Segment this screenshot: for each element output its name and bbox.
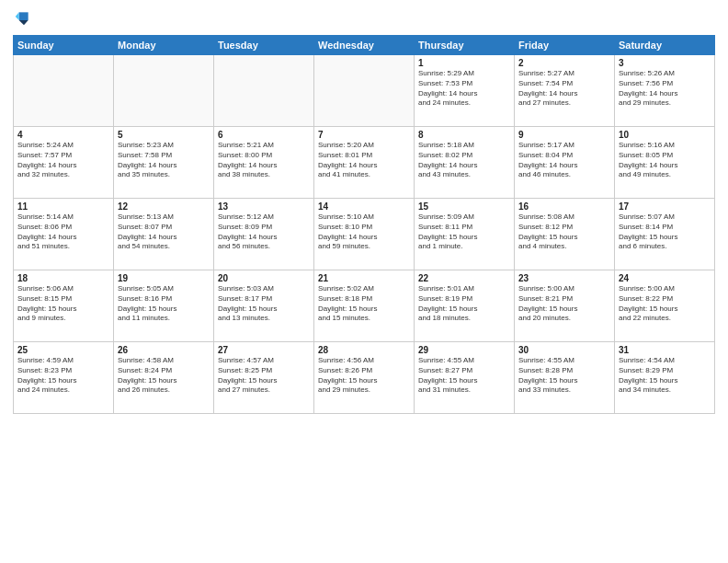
day-info: Sunrise: 5:12 AM Sunset: 8:09 PM Dayligh… [218, 213, 310, 252]
day-info: Sunrise: 5:29 AM Sunset: 7:53 PM Dayligh… [418, 69, 510, 109]
day-cell: 12Sunrise: 5:13 AM Sunset: 8:07 PM Dayli… [114, 199, 214, 270]
day-info: Sunrise: 5:17 AM Sunset: 8:04 PM Dayligh… [518, 141, 610, 180]
day-cell: 20Sunrise: 5:03 AM Sunset: 8:17 PM Dayli… [214, 270, 314, 342]
day-number: 24 [619, 273, 711, 283]
day-number: 3 [619, 58, 711, 68]
day-number: 5 [118, 130, 210, 140]
day-number: 21 [318, 273, 410, 283]
day-cell [114, 55, 214, 127]
weekday-header-wednesday: Wednesday [314, 36, 415, 55]
day-info: Sunrise: 4:54 AM Sunset: 8:29 PM Dayligh… [619, 356, 711, 396]
day-cell: 25Sunrise: 4:59 AM Sunset: 8:23 PM Dayli… [14, 342, 114, 414]
page: SundayMondayTuesdayWednesdayThursdayFrid… [0, 0, 728, 563]
day-info: Sunrise: 5:08 AM Sunset: 8:12 PM Dayligh… [518, 213, 610, 252]
day-number: 19 [118, 273, 210, 283]
week-row-2: 4Sunrise: 5:24 AM Sunset: 7:57 PM Daylig… [14, 127, 715, 199]
day-cell: 18Sunrise: 5:06 AM Sunset: 8:15 PM Dayli… [14, 270, 114, 342]
day-number: 6 [218, 130, 310, 140]
svg-marker-1 [19, 20, 28, 25]
day-number: 23 [518, 273, 610, 283]
day-cell: 19Sunrise: 5:05 AM Sunset: 8:16 PM Dayli… [114, 270, 214, 342]
day-number: 22 [418, 273, 510, 283]
week-row-5: 25Sunrise: 4:59 AM Sunset: 8:23 PM Dayli… [14, 342, 715, 414]
day-number: 16 [518, 201, 610, 212]
day-cell: 16Sunrise: 5:08 AM Sunset: 8:12 PM Dayli… [515, 199, 615, 270]
day-number: 31 [619, 345, 711, 355]
day-info: Sunrise: 5:26 AM Sunset: 7:56 PM Dayligh… [619, 69, 711, 109]
day-info: Sunrise: 5:09 AM Sunset: 8:11 PM Dayligh… [418, 213, 510, 252]
day-number: 13 [218, 201, 310, 212]
day-cell: 27Sunrise: 4:57 AM Sunset: 8:25 PM Dayli… [214, 342, 314, 414]
logo-icon [13, 9, 31, 28]
day-cell: 15Sunrise: 5:09 AM Sunset: 8:11 PM Dayli… [415, 199, 515, 270]
day-info: Sunrise: 5:01 AM Sunset: 8:19 PM Dayligh… [418, 284, 510, 324]
day-info: Sunrise: 5:27 AM Sunset: 7:54 PM Dayligh… [518, 69, 610, 109]
day-cell: 28Sunrise: 4:56 AM Sunset: 8:26 PM Dayli… [314, 342, 415, 414]
day-cell [14, 55, 114, 127]
weekday-header-sunday: Sunday [14, 36, 114, 55]
week-row-1: 1Sunrise: 5:29 AM Sunset: 7:53 PM Daylig… [14, 55, 715, 127]
day-info: Sunrise: 5:00 AM Sunset: 8:21 PM Dayligh… [518, 284, 610, 324]
day-cell: 14Sunrise: 5:10 AM Sunset: 8:10 PM Dayli… [314, 199, 415, 270]
day-number: 28 [318, 345, 410, 355]
day-info: Sunrise: 5:14 AM Sunset: 8:06 PM Dayligh… [17, 213, 109, 252]
day-number: 14 [318, 201, 410, 212]
day-info: Sunrise: 4:55 AM Sunset: 8:27 PM Dayligh… [418, 356, 510, 396]
day-number: 10 [619, 130, 711, 140]
calendar-header: SundayMondayTuesdayWednesdayThursdayFrid… [14, 36, 715, 55]
day-number: 18 [17, 273, 109, 283]
day-cell: 23Sunrise: 5:00 AM Sunset: 8:21 PM Dayli… [515, 270, 615, 342]
day-number: 25 [17, 345, 109, 355]
day-number: 20 [218, 273, 310, 283]
day-cell: 30Sunrise: 4:55 AM Sunset: 8:28 PM Dayli… [515, 342, 615, 414]
day-number: 26 [118, 345, 210, 355]
day-info: Sunrise: 5:16 AM Sunset: 8:05 PM Dayligh… [619, 141, 711, 180]
day-info: Sunrise: 5:18 AM Sunset: 8:02 PM Dayligh… [418, 141, 510, 180]
day-cell: 31Sunrise: 4:54 AM Sunset: 8:29 PM Dayli… [615, 342, 715, 414]
day-cell: 11Sunrise: 5:14 AM Sunset: 8:06 PM Dayli… [14, 199, 114, 270]
day-number: 8 [418, 130, 510, 140]
calendar-table: SundayMondayTuesdayWednesdayThursdayFrid… [13, 35, 715, 414]
day-number: 11 [17, 201, 109, 212]
day-info: Sunrise: 4:56 AM Sunset: 8:26 PM Dayligh… [318, 356, 410, 396]
day-number: 4 [17, 130, 109, 140]
logo [13, 9, 33, 28]
header [13, 9, 715, 28]
day-info: Sunrise: 4:59 AM Sunset: 8:23 PM Dayligh… [17, 356, 109, 396]
day-info: Sunrise: 4:55 AM Sunset: 8:28 PM Dayligh… [518, 356, 610, 396]
weekday-header-tuesday: Tuesday [214, 36, 314, 55]
svg-marker-0 [19, 12, 28, 20]
day-cell: 29Sunrise: 4:55 AM Sunset: 8:27 PM Dayli… [415, 342, 515, 414]
day-info: Sunrise: 5:07 AM Sunset: 8:14 PM Dayligh… [619, 213, 711, 252]
day-number: 17 [619, 201, 711, 212]
day-cell: 6Sunrise: 5:21 AM Sunset: 8:00 PM Daylig… [214, 127, 314, 199]
day-info: Sunrise: 4:57 AM Sunset: 8:25 PM Dayligh… [218, 356, 310, 396]
day-info: Sunrise: 5:00 AM Sunset: 8:22 PM Dayligh… [619, 284, 711, 324]
day-cell: 9Sunrise: 5:17 AM Sunset: 8:04 PM Daylig… [515, 127, 615, 199]
weekday-header-thursday: Thursday [415, 36, 515, 55]
day-number: 27 [218, 345, 310, 355]
day-number: 9 [518, 130, 610, 140]
day-info: Sunrise: 5:13 AM Sunset: 8:07 PM Dayligh… [118, 213, 210, 252]
day-info: Sunrise: 5:05 AM Sunset: 8:16 PM Dayligh… [118, 284, 210, 324]
day-number: 15 [418, 201, 510, 212]
weekday-header-friday: Friday [515, 36, 615, 55]
day-number: 7 [318, 130, 410, 140]
day-cell [214, 55, 314, 127]
day-info: Sunrise: 5:03 AM Sunset: 8:17 PM Dayligh… [218, 284, 310, 324]
day-info: Sunrise: 5:24 AM Sunset: 7:57 PM Dayligh… [17, 141, 109, 180]
day-number: 12 [118, 201, 210, 212]
weekday-header-monday: Monday [114, 36, 214, 55]
day-cell [314, 55, 415, 127]
day-cell: 22Sunrise: 5:01 AM Sunset: 8:19 PM Dayli… [415, 270, 515, 342]
day-cell: 2Sunrise: 5:27 AM Sunset: 7:54 PM Daylig… [515, 55, 615, 127]
day-cell: 24Sunrise: 5:00 AM Sunset: 8:22 PM Dayli… [615, 270, 715, 342]
day-cell: 1Sunrise: 5:29 AM Sunset: 7:53 PM Daylig… [415, 55, 515, 127]
weekday-header-saturday: Saturday [615, 36, 715, 55]
day-cell: 7Sunrise: 5:20 AM Sunset: 8:01 PM Daylig… [314, 127, 415, 199]
day-number: 29 [418, 345, 510, 355]
day-cell: 3Sunrise: 5:26 AM Sunset: 7:56 PM Daylig… [615, 55, 715, 127]
day-info: Sunrise: 5:02 AM Sunset: 8:18 PM Dayligh… [318, 284, 410, 324]
day-info: Sunrise: 5:21 AM Sunset: 8:00 PM Dayligh… [218, 141, 310, 180]
day-info: Sunrise: 4:58 AM Sunset: 8:24 PM Dayligh… [118, 356, 210, 396]
